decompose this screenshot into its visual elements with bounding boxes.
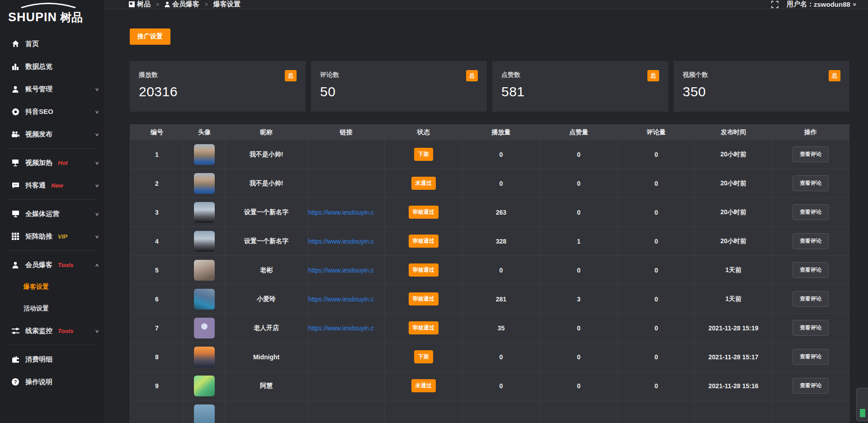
- topbar: 树品 > 会员爆客 > 爆客设置 用户名：zswodun88 ∨: [104, 0, 868, 9]
- video-link[interactable]: https://www.iesdouyin.c: [308, 324, 374, 332]
- chevron-down-icon: ∨: [94, 212, 99, 216]
- sidebar-item-video-heating[interactable]: 视频加热 Hot ∨: [0, 151, 104, 174]
- sidebar-item-label: 操作说明: [25, 378, 52, 386]
- sidebar-item-data-overview[interactable]: 数据总览: [0, 55, 104, 78]
- breadcrumb-item-member-baoke[interactable]: 会员爆客: [165, 0, 199, 9]
- main-area: 树品 > 会员爆客 > 爆客设置 用户名：zswodun88 ∨: [104, 0, 868, 423]
- status-button[interactable]: 审核通过: [409, 235, 439, 248]
- avatar: [194, 144, 215, 165]
- sidebar-subitem-baoke-settings[interactable]: 爆客设置: [0, 276, 104, 298]
- stat-value: 581: [501, 84, 659, 99]
- status-button[interactable]: 审核通过: [409, 292, 439, 306]
- view-comments-button[interactable]: 查看评论: [793, 262, 829, 278]
- cell-plays: 328: [462, 227, 540, 256]
- cell-plays: 0: [462, 343, 540, 371]
- status-button[interactable]: 审核通过: [409, 263, 439, 277]
- avatar: [194, 260, 215, 281]
- cell-likes: 3: [540, 285, 618, 314]
- service-float-widget[interactable]: [856, 388, 868, 421]
- vip-badge: VIP: [58, 233, 67, 240]
- sidebar-item-home[interactable]: 首页: [0, 33, 104, 55]
- cell-actions: 查看评论: [772, 227, 849, 256]
- view-comments-button[interactable]: 查看评论: [793, 175, 829, 191]
- sidebar-item-member-baoke[interactable]: 会员爆客 Tools ∧: [0, 254, 104, 276]
- sidebar-item-label: 抖音SEO: [25, 108, 53, 116]
- view-comments-button[interactable]: 查看评论: [793, 291, 829, 307]
- view-comments-button[interactable]: 查看评论: [793, 320, 829, 336]
- cell-comments: 0: [618, 285, 695, 314]
- view-comments-button[interactable]: 查看评论: [793, 378, 829, 394]
- view-comments-button[interactable]: 查看评论: [793, 146, 829, 162]
- view-comments-button[interactable]: 查看评论: [793, 233, 829, 249]
- sidebar-item-clue-monitor[interactable]: 线索监控 Tools ∨: [0, 320, 104, 342]
- sidebar-item-douyin-seo[interactable]: 抖音SEO ∨: [0, 100, 104, 123]
- sidebar-item-instructions[interactable]: ? 操作说明: [0, 371, 104, 393]
- breadcrumb-item-shupin[interactable]: 树品: [129, 0, 151, 9]
- fullscreen-icon[interactable]: [771, 1, 778, 8]
- status-button[interactable]: 未通过: [411, 379, 436, 392]
- column-header-likes: 点赞量: [540, 125, 618, 140]
- cell-status: 未通过: [385, 371, 462, 400]
- gear-icon: [11, 108, 19, 116]
- sidebar-item-video-publish[interactable]: 视频发布 ∨: [0, 123, 104, 146]
- cell-id: 8: [130, 343, 184, 371]
- column-header-avatar: 头像: [184, 125, 226, 140]
- cell-publish-time: 2021-11-28 15:17: [695, 343, 772, 371]
- cell-id: 4: [130, 227, 184, 256]
- stat-card-comments: 评论数 总 50: [311, 61, 487, 112]
- status-button[interactable]: 下架: [414, 350, 433, 363]
- cell-plays: 0: [462, 140, 540, 169]
- status-button[interactable]: 下架: [414, 148, 433, 161]
- table-row: 6 小爱玲 https://www.iesdouyin.c 审核通过 281 3…: [130, 285, 849, 314]
- cell-publish-time: 2021-11-28 15:16: [695, 371, 772, 400]
- chevron-down-icon: ∨: [94, 87, 99, 92]
- logo-arc: [20, 3, 77, 8]
- cell-actions: 查看评论: [772, 256, 849, 285]
- view-comments-button[interactable]: 查看评论: [793, 349, 829, 365]
- sidebar-item-label: 抖客通: [25, 181, 46, 190]
- cell-avatar: [184, 314, 226, 343]
- subitem-label: 活动设置: [24, 305, 49, 313]
- cell-publish-time: 20小时前: [695, 140, 772, 169]
- video-link[interactable]: https://www.iesdouyin.c: [308, 238, 374, 245]
- table-row: 8 Midnight 下架 0 0 0 2021-11-28 15:17 查看评…: [130, 343, 849, 371]
- status-button[interactable]: 审核通过: [409, 321, 439, 334]
- status-button[interactable]: 审核通过: [409, 206, 439, 219]
- cell-link: [308, 169, 385, 198]
- avatar: [194, 202, 215, 223]
- cell-avatar: [184, 371, 226, 400]
- cell-id: 6: [130, 285, 184, 314]
- stat-value: 350: [683, 84, 840, 99]
- cell-avatar: [184, 400, 226, 423]
- member-baoke-submenu: 爆客设置 活动设置: [0, 276, 104, 320]
- promo-settings-button[interactable]: 推广设置: [130, 28, 170, 45]
- cell-status: [385, 400, 462, 423]
- new-badge: New: [51, 182, 63, 189]
- cell-status: 下架: [385, 140, 462, 169]
- sidebar-item-consumption-detail[interactable]: 消费明细: [0, 348, 104, 371]
- column-header-nickname: 昵称: [226, 125, 308, 140]
- cell-publish-time: 1天前: [695, 285, 772, 314]
- sidebar-item-matrix-boost[interactable]: 矩阵助推 VIP ∨: [0, 225, 104, 248]
- sidebar-item-douketong[interactable]: 抖客通 New ∨: [0, 174, 104, 197]
- cell-likes: 0: [540, 314, 618, 343]
- sidebar-item-all-media[interactable]: 全媒体运营 ∨: [0, 202, 104, 225]
- stat-card-plays: 播放数 总 20316: [130, 61, 306, 112]
- video-link[interactable]: https://www.iesdouyin.c: [308, 267, 374, 274]
- sidebar-subitem-activity-settings[interactable]: 活动设置: [0, 298, 104, 320]
- cell-id: 2: [130, 169, 184, 198]
- table-row: 5 老彬 https://www.iesdouyin.c 审核通过 0 0 0 …: [130, 256, 849, 285]
- sidebar-item-account-mgmt[interactable]: 账号管理 ∨: [0, 78, 104, 100]
- cell-avatar: [184, 343, 226, 371]
- table-row: 4 设置一个新名字 https://www.iesdouyin.c 审核通过 3…: [130, 227, 849, 256]
- stat-value: 20316: [139, 84, 297, 99]
- avatar: [194, 231, 215, 252]
- view-comments-button[interactable]: 查看评论: [793, 204, 829, 220]
- brand-name-cn: 树品: [60, 11, 83, 24]
- video-link[interactable]: https://www.iesdouyin.c: [308, 296, 374, 303]
- video-link[interactable]: https://www.iesdouyin.c: [308, 209, 374, 216]
- stat-cards: 播放数 总 20316 评论数 总 50 点赞数 总 581: [130, 61, 849, 112]
- user-menu[interactable]: 用户名：zswodun88 ∨: [787, 0, 856, 9]
- status-button[interactable]: 未通过: [411, 177, 436, 190]
- cell-actions: 查看评论: [772, 198, 849, 227]
